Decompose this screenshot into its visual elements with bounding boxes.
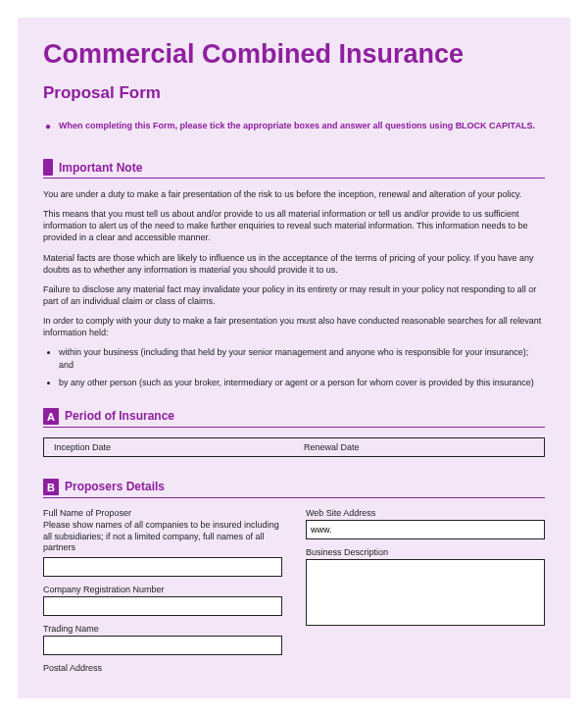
note-bullets: within your business (including that hel… xyxy=(43,346,545,387)
left-column: Full Name of Proposer Please show names … xyxy=(43,508,282,681)
note-bullet-1: within your business (including that hel… xyxy=(59,346,545,370)
field-website: Web Site Address xyxy=(306,508,545,539)
note-p5: In order to comply with your duty to mak… xyxy=(43,315,545,338)
note-p3: Material facts are those which are likel… xyxy=(43,252,545,276)
important-note-body: You are under a duty to make a fair pres… xyxy=(43,188,545,388)
section-title-a: Period of Insurance xyxy=(65,409,174,423)
section-title-important: Important Note xyxy=(59,161,142,175)
section-header-important: Important Note xyxy=(43,159,545,179)
field-company-reg: Company Registration Number xyxy=(43,585,282,616)
section-header-b: B Proposers Details xyxy=(43,479,545,498)
section-tab-b: B xyxy=(43,479,59,495)
instruction-text: When completing this Form, please tick t… xyxy=(59,121,535,130)
field-trading: Trading Name xyxy=(43,624,282,655)
field-business-desc: Business Description xyxy=(306,547,545,628)
right-column: Web Site Address Business Description xyxy=(306,508,545,681)
business-desc-input[interactable] xyxy=(306,559,545,626)
note-bullet-2: by any other person (such as your broker… xyxy=(59,377,545,388)
fullname-label: Full Name of Proposer xyxy=(43,508,282,518)
note-p4: Failure to disclose any material fact ma… xyxy=(43,283,545,307)
website-label: Web Site Address xyxy=(306,508,545,518)
field-fullname: Full Name of Proposer Please show names … xyxy=(43,508,282,577)
business-desc-label: Business Description xyxy=(306,547,545,557)
note-p2: This means that you must tell us about a… xyxy=(43,208,545,243)
bullet-icon: ● xyxy=(45,122,51,131)
section-tab-blank xyxy=(43,159,53,176)
postal-label: Postal Address xyxy=(43,663,282,673)
company-reg-label: Company Registration Number xyxy=(43,585,282,594)
trading-input[interactable] xyxy=(43,636,282,655)
section-header-a: A Period of Insurance xyxy=(43,408,545,428)
instruction-row: ● When completing this Form, please tick… xyxy=(43,121,545,131)
page-subtitle: Proposal Form xyxy=(43,83,545,103)
fullname-sublabel: Please show names of all companies to be… xyxy=(43,520,282,554)
form-page: Commercial Combined Insurance Proposal F… xyxy=(18,18,570,698)
renewal-date-label: Renewal Date xyxy=(294,438,544,456)
fullname-input[interactable] xyxy=(43,557,282,577)
company-reg-input[interactable] xyxy=(43,596,282,616)
period-row: Inception Date Renewal Date xyxy=(43,437,545,457)
proposer-details-columns: Full Name of Proposer Please show names … xyxy=(43,508,545,681)
trading-label: Trading Name xyxy=(43,624,282,634)
page-title: Commercial Combined Insurance xyxy=(43,39,545,70)
inception-date-label: Inception Date xyxy=(44,438,294,456)
note-p1: You are under a duty to make a fair pres… xyxy=(43,188,545,200)
section-tab-a: A xyxy=(43,408,59,425)
field-postal: Postal Address xyxy=(43,663,282,673)
section-title-b: Proposers Details xyxy=(65,480,165,493)
website-input[interactable] xyxy=(306,520,545,539)
